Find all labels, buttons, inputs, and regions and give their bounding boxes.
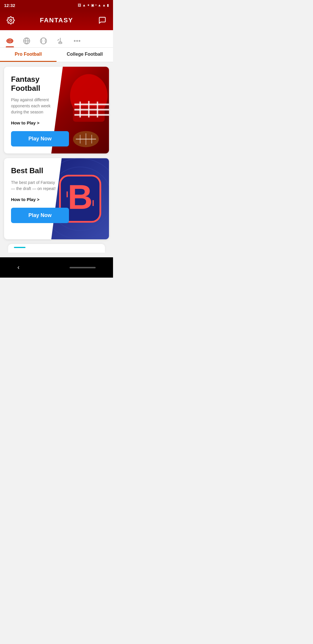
app-title: FANTASY xyxy=(40,17,73,24)
back-button[interactable]: ‹ xyxy=(17,264,19,271)
tab-baseball[interactable] xyxy=(39,37,48,47)
app-header: FANTASY xyxy=(0,10,113,30)
gem-icon: ✦ xyxy=(87,3,90,7)
best-ball-play-button[interactable]: Play Now xyxy=(11,208,69,223)
sub-tab-pro[interactable]: Pro Football xyxy=(0,48,57,62)
tab-basketball[interactable] xyxy=(23,37,31,47)
app-icon: ▣ xyxy=(91,3,94,7)
svg-point-9 xyxy=(59,42,62,44)
status-icons: 🖼 ▲ ✦ ▣ • ▲ ▲ ▮ xyxy=(78,3,109,7)
svg-point-13 xyxy=(79,40,80,41)
fantasy-football-content: Fantasy Football Play against different … xyxy=(4,67,65,153)
fantasy-football-card: Fantasy Football Play against different … xyxy=(4,67,109,153)
svg-line-10 xyxy=(58,39,59,41)
svg-point-11 xyxy=(74,40,75,41)
svg-point-12 xyxy=(77,40,78,41)
best-ball-title: Best Ball xyxy=(11,166,58,175)
teaser-accent xyxy=(14,247,26,248)
status-bar: 12:32 🖼 ▲ ✦ ▣ • ▲ ▲ ▮ xyxy=(0,0,113,10)
signal-icon: ▲ xyxy=(102,3,106,7)
best-ball-content: Best Ball The best part of Fantasy — the… xyxy=(4,158,65,230)
tab-more[interactable] xyxy=(73,37,81,47)
cards-container: Fantasy Football Play against different … xyxy=(0,62,113,257)
bottom-navigation: ‹ xyxy=(0,257,113,278)
svg-text:B: B xyxy=(68,178,92,216)
football-icon xyxy=(6,37,14,45)
status-time: 12:32 xyxy=(4,3,15,8)
battery-icon: ▮ xyxy=(107,3,109,7)
best-ball-card: B Best Ball The best part of Fantasy — t… xyxy=(4,158,109,239)
hockey-icon xyxy=(56,37,64,45)
fantasy-football-desc: Play against different opponents each we… xyxy=(11,97,58,115)
basketball-icon xyxy=(23,37,31,45)
gear-icon xyxy=(7,16,15,24)
dot-icon: • xyxy=(95,3,97,7)
home-indicator[interactable] xyxy=(70,267,96,268)
wifi-icon: ▲ xyxy=(98,3,101,7)
fantasy-football-how-to-play[interactable]: How to Play > xyxy=(11,120,39,125)
message-button[interactable] xyxy=(97,15,107,25)
location-icon: ▲ xyxy=(82,3,86,7)
baseball-icon xyxy=(39,37,48,45)
sub-tabs: Pro Football College Football xyxy=(0,48,113,62)
message-icon xyxy=(98,16,106,24)
best-ball-desc: The best part of Fantasy — the draft — o… xyxy=(11,180,58,192)
tab-football[interactable] xyxy=(6,37,14,47)
settings-button[interactable] xyxy=(6,15,16,25)
best-ball-how-to-play[interactable]: How to Play > xyxy=(11,197,39,202)
svg-point-0 xyxy=(10,19,12,21)
more-icon xyxy=(73,37,81,45)
tab-hockey[interactable] xyxy=(56,37,64,47)
sport-tabs xyxy=(0,30,113,48)
fantasy-football-title: Fantasy Football xyxy=(11,75,58,93)
camera-icon: 🖼 xyxy=(78,3,81,7)
fantasy-football-play-button[interactable]: Play Now xyxy=(11,131,69,146)
sub-tab-college[interactable]: College Football xyxy=(57,48,113,62)
third-card-teaser xyxy=(8,244,105,253)
